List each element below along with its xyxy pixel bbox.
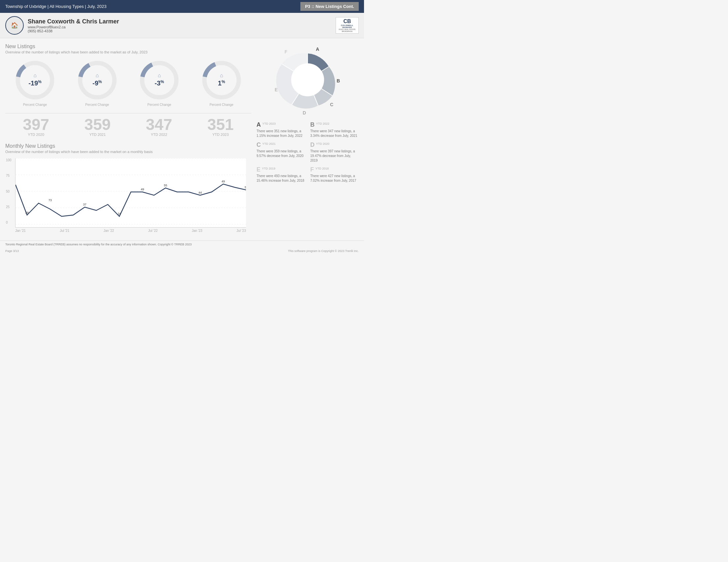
agent-header: 🏠 Shane Coxworth & Chris Larmer www.Powe… bbox=[0, 13, 364, 38]
legend-desc-f: There were 427 new listings, a 7.02% inc… bbox=[310, 174, 359, 183]
x-axis-labels: Jan '21 Jul '21 Jan '22 Jul '22 Jan '23 … bbox=[15, 229, 246, 232]
legend-desc-b: There were 347 new listings, a 3.34% dec… bbox=[310, 129, 359, 138]
ytd-label-2: YTD 2021 bbox=[67, 133, 129, 136]
x-label-jan22: Jan '22 bbox=[104, 229, 114, 232]
pie-chart-container: A B C D E F bbox=[257, 44, 359, 116]
donut-label-4: Percent Change bbox=[210, 103, 233, 106]
ytd-item-1: 397 YTD 2020 bbox=[5, 117, 67, 136]
donut-wrapper-3: ⌂ -3% bbox=[138, 59, 181, 102]
y-axis-labels: 100 75 50 25 0 bbox=[6, 158, 12, 224]
agent-info-left: 🏠 Shane Coxworth & Chris Larmer www.Powe… bbox=[5, 16, 119, 35]
y-label-25: 25 bbox=[6, 205, 12, 209]
legend-item-a: A YTD 2023 There were 351 new listings, … bbox=[257, 121, 305, 138]
donut-item-1: ⌂ -19% Percent Change bbox=[5, 59, 65, 106]
legend-letter-b: B YTD 2022 bbox=[310, 121, 359, 128]
svg-text:E: E bbox=[275, 87, 278, 92]
ytd-number-1: 397 bbox=[5, 117, 67, 133]
y-label-50: 50 bbox=[6, 190, 12, 193]
donut-item-2: ⌂ -9% Percent Change bbox=[68, 59, 127, 106]
monthly-title: Monthly New Listings bbox=[5, 143, 251, 149]
svg-text:52: 52 bbox=[245, 186, 246, 189]
svg-text:73: 73 bbox=[48, 198, 52, 202]
new-listings-section: New Listings Overview of the number of l… bbox=[5, 44, 251, 136]
footer-bottom: Page 3/13 This software program is Copyr… bbox=[0, 248, 364, 254]
top-bar: Township of Uxbridge | All Housing Types… bbox=[0, 0, 364, 13]
donut-label-3: Percent Change bbox=[147, 103, 171, 106]
y-label-0: 0 bbox=[6, 221, 12, 224]
svg-text:24: 24 bbox=[118, 212, 121, 215]
footer-disclaimer: Toronto Regional Real Estate Board (TRRE… bbox=[0, 240, 364, 248]
x-label-jul23: Jul '23 bbox=[236, 229, 246, 232]
chart-wrapper: 100 75 50 25 0 bbox=[15, 158, 251, 232]
legend-desc-a: There were 351 new listings, a 1.15% inc… bbox=[257, 129, 305, 138]
new-listings-subtitle: Overview of the number of listings which… bbox=[5, 50, 251, 54]
donut-center-4: ⌂ 1% bbox=[218, 73, 225, 87]
legend-item-b: B YTD 2022 There were 347 new listings, … bbox=[310, 121, 359, 138]
right-panel: A B C D E F A YTD 2023 There were 351 ne… bbox=[257, 44, 359, 232]
svg-text:B: B bbox=[337, 78, 340, 83]
agent-name: Shane Coxworth & Chris Larmer bbox=[28, 18, 119, 25]
agent-website: www.PowerofBluex2.ca bbox=[28, 25, 119, 29]
agent-details: Shane Coxworth & Chris Larmer www.Powero… bbox=[28, 18, 119, 33]
svg-text:F: F bbox=[285, 49, 288, 54]
legend-item-d: D YTD 2020 There were 397 new listings, … bbox=[310, 141, 359, 163]
agent-phone: (905) 852-4338 bbox=[28, 29, 119, 33]
donut-value-4: 1% bbox=[218, 79, 225, 87]
donut-value-2: -9% bbox=[93, 79, 102, 87]
new-listings-title: New Listings bbox=[5, 44, 251, 49]
svg-text:44: 44 bbox=[198, 191, 202, 194]
svg-text:C: C bbox=[330, 102, 333, 107]
copyright-text: This software program is Copyright © 202… bbox=[288, 249, 359, 252]
donut-center-2: ⌂ -9% bbox=[93, 73, 102, 87]
legend-item-c: C YTD 2021 There were 359 new listings, … bbox=[257, 141, 305, 163]
donut-row: ⌂ -19% Percent Change ⌂ bbox=[5, 59, 251, 106]
svg-text:D: D bbox=[303, 110, 306, 115]
donut-value-3: -3% bbox=[155, 79, 164, 87]
ytd-row: 397 YTD 2020 359 YTD 2021 347 YTD 2022 3… bbox=[5, 113, 251, 136]
ytd-label-3: YTD 2022 bbox=[128, 133, 190, 136]
legend-letter-e: E YTD 2019 bbox=[257, 166, 305, 173]
svg-text:28: 28 bbox=[25, 211, 29, 214]
line-chart-svg: 28 73 37 24 49 55 44 49 52 bbox=[15, 158, 246, 227]
left-panel: New Listings Overview of the number of l… bbox=[5, 44, 251, 232]
page-number: Page 3/13 bbox=[5, 249, 19, 252]
coldwell-banker-logo: CB COLDWELL BANKER R.M.R. REAL ESTATE BR… bbox=[336, 17, 359, 34]
donut-item-3: ⌂ -3% Percent Change bbox=[130, 59, 189, 106]
legend-desc-c: There were 359 new listings, a 9.57% dec… bbox=[257, 149, 305, 158]
legend-item-e: E YTD 2019 There were 493 new listings, … bbox=[257, 166, 305, 183]
svg-text:37: 37 bbox=[83, 203, 86, 206]
ytd-number-3: 347 bbox=[128, 117, 190, 133]
disclaimer-text: Toronto Regional Real Estate Board (TRRE… bbox=[5, 243, 192, 246]
svg-text:49: 49 bbox=[222, 180, 225, 183]
donut-wrapper-2: ⌂ -9% bbox=[76, 59, 119, 102]
legend-item-f: F YTD 2018 There were 427 new listings, … bbox=[310, 166, 359, 183]
legend-desc-e: There were 493 new listings, a 15.46% in… bbox=[257, 174, 305, 183]
ytd-label-1: YTD 2020 bbox=[5, 133, 67, 136]
donut-label-1: Percent Change bbox=[23, 103, 47, 106]
svg-text:49: 49 bbox=[141, 188, 144, 191]
legend-letter-f: F YTD 2018 bbox=[310, 166, 359, 173]
ytd-label-4: YTD 2023 bbox=[190, 133, 252, 136]
x-label-jul22: Jul '22 bbox=[148, 229, 158, 232]
donut-center-3: ⌂ -3% bbox=[155, 73, 164, 87]
donut-wrapper-1: ⌂ -19% bbox=[14, 59, 56, 102]
donut-label-2: Percent Change bbox=[85, 103, 109, 106]
donut-item-4: ⌂ 1% Percent Change bbox=[192, 59, 252, 106]
svg-text:A: A bbox=[316, 46, 319, 52]
ytd-number-2: 359 bbox=[67, 117, 129, 133]
donut-wrapper-4: ⌂ 1% bbox=[200, 59, 243, 102]
pie-chart-svg: A B C D E F bbox=[265, 44, 350, 116]
house-icon-2: ⌂ bbox=[93, 73, 102, 78]
legend-desc-d: There were 397 new listings, a 19.47% de… bbox=[310, 149, 359, 163]
ytd-item-2: 359 YTD 2021 bbox=[67, 117, 129, 136]
monthly-subtitle: Overview of the number of listings which… bbox=[5, 150, 251, 154]
legend-letter-c: C YTD 2021 bbox=[257, 141, 305, 148]
house-icon-1: ⌂ bbox=[28, 73, 42, 78]
donut-value-1: -19% bbox=[28, 79, 42, 87]
main-content: New Listings Overview of the number of l… bbox=[0, 38, 364, 238]
ytd-number-4: 351 bbox=[190, 117, 252, 133]
agent-logo: 🏠 bbox=[5, 16, 24, 35]
house-icon-4: ⌂ bbox=[218, 73, 225, 78]
ytd-item-4: 351 YTD 2023 bbox=[190, 117, 252, 136]
y-label-100: 100 bbox=[6, 158, 12, 162]
